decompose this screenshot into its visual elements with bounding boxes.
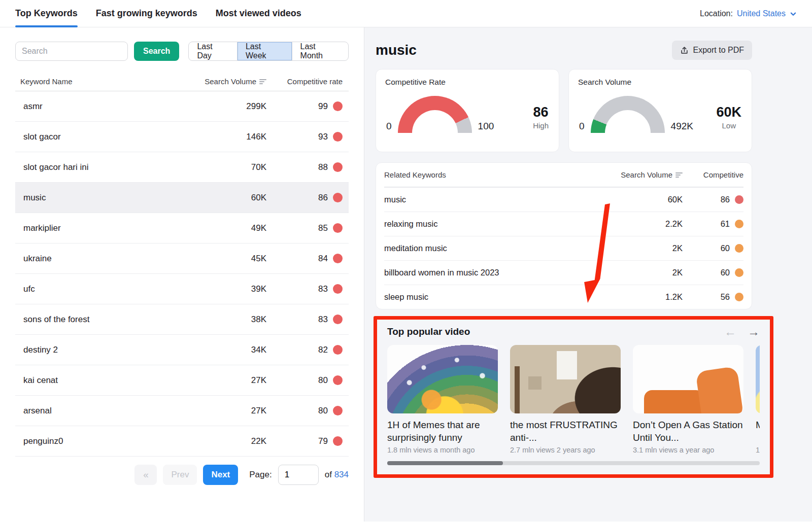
rate-dot <box>333 406 343 415</box>
search-button[interactable]: Search <box>134 42 179 61</box>
competitive-rate: 80 <box>266 406 343 416</box>
competitive-rate: 93 <box>266 132 343 142</box>
table-row[interactable]: penguinz0 22K 79 <box>15 426 349 457</box>
search-volume: 39K <box>185 284 266 294</box>
related-row[interactable]: meditation music 2K 60 <box>384 236 743 260</box>
related-row[interactable]: sleep music 1.2K 56 <box>384 285 743 309</box>
gauge-cards: Competitive Rate 0 100 86 High <box>376 69 752 152</box>
table-row[interactable]: asmr 299K 99 <box>15 91 349 122</box>
video-thumbnail <box>756 345 760 413</box>
table-row[interactable]: ukraine 45K 84 <box>15 243 349 274</box>
chevron-down-icon <box>790 11 797 18</box>
keyword-name: ufc <box>23 284 185 294</box>
related-row[interactable]: billboard women in music 2023 2K 60 <box>384 260 743 285</box>
keyword-name: markiplier <box>23 223 185 233</box>
related-row[interactable]: relaxing music 2.2K 61 <box>384 212 743 236</box>
search-volume: 2.2K <box>596 219 683 229</box>
keyword-name: slot gacor <box>23 132 185 142</box>
rate-dot <box>735 220 743 228</box>
tab-top-keywords[interactable]: Top Keywords <box>15 0 78 27</box>
search-volume: 2K <box>596 268 683 277</box>
time-filter-last-day[interactable]: Last Day <box>189 42 237 60</box>
carousel-scrollbar-thumb[interactable] <box>387 461 503 465</box>
search-volume: 2K <box>596 243 683 253</box>
sort-icon[interactable] <box>259 78 266 86</box>
table-row-selected[interactable]: music 60K 86 <box>15 183 349 213</box>
export-pdf-button[interactable]: Export to PDF <box>672 41 752 60</box>
table-row[interactable]: kai cenat 27K 80 <box>15 365 349 396</box>
prev-page-button[interactable]: Prev <box>163 465 197 485</box>
related-keywords-card: Related Keywords Search Volume Competiti… <box>376 162 752 309</box>
video-card[interactable]: 1H of Memes that are surprisingly funny … <box>387 345 498 454</box>
rate-dot <box>333 193 343 202</box>
first-page-button[interactable]: « <box>134 465 157 485</box>
location-selector[interactable]: Location: United States <box>700 0 797 27</box>
search-volume: 49K <box>185 223 266 233</box>
competitive-rate: 83 <box>266 315 343 325</box>
search-volume: 70K <box>185 162 266 172</box>
search-volume: 60K <box>185 193 266 203</box>
competitive-rate: 61 <box>683 219 743 229</box>
competitive-rate: 84 <box>266 254 343 264</box>
videos-title: Top popular video <box>387 326 470 337</box>
time-filter-last-month[interactable]: Last Month <box>292 42 348 60</box>
gauge-min-label: 0 <box>579 121 585 132</box>
search-input[interactable] <box>15 42 128 61</box>
video-title: 1H of Memes that are surprisingly funny <box>387 419 498 444</box>
videos-header: Top popular video ← → <box>387 326 760 338</box>
competitive-rate: 80 <box>266 375 343 386</box>
carousel-next-icon[interactable]: → <box>748 326 760 338</box>
location-value[interactable]: United States <box>737 9 786 18</box>
competitive-rate: 88 <box>266 162 343 172</box>
location-label: Location: <box>700 9 733 18</box>
top-navigation-bar: Top Keywords Fast growing keywords Most … <box>0 0 812 27</box>
search-volume: 146K <box>185 132 266 142</box>
tab-most-viewed-videos[interactable]: Most viewed videos <box>216 0 301 27</box>
rate-dot <box>333 284 343 294</box>
rate-dot <box>735 195 743 204</box>
page-number-input[interactable] <box>278 465 319 485</box>
table-row[interactable]: slot gacor hari ini 70K 88 <box>15 152 349 183</box>
keyword-name: asmr <box>23 101 185 112</box>
tab-label: Top Keywords <box>15 8 78 19</box>
carousel-prev-icon[interactable]: ← <box>724 326 736 338</box>
table-row[interactable]: slot gacor 146K 93 <box>15 122 349 152</box>
video-meta: 107 <box>756 446 760 454</box>
next-page-button[interactable]: Next <box>203 465 238 485</box>
search-volume-gauge <box>591 96 665 133</box>
keyword-name: destiny 2 <box>23 345 185 355</box>
sort-icon[interactable] <box>675 171 683 180</box>
gauge-max-label: 100 <box>478 121 494 132</box>
search-volume: 45K <box>185 254 266 264</box>
search-volume: 1.2K <box>596 292 683 302</box>
tab-label: Fast growing keywords <box>96 8 197 19</box>
page-label: Page: <box>249 470 272 480</box>
competitive-rate: 99 <box>266 101 343 112</box>
rate-dot <box>735 293 743 301</box>
top-popular-video-section: Top popular video ← → 1H of Memes that a… <box>374 316 773 478</box>
table-row[interactable]: destiny 2 34K 82 <box>15 335 349 365</box>
tab-fast-growing-keywords[interactable]: Fast growing keywords <box>96 0 197 27</box>
video-card-clipped[interactable]: Ma Du 107 <box>756 345 760 454</box>
video-card[interactable]: Don’t Open A Gas Station Until You... 3.… <box>633 345 743 454</box>
related-row[interactable]: music 60K 86 <box>384 187 743 212</box>
gauge-max-label: 492K <box>671 121 693 132</box>
table-row[interactable]: sons of the forest 38K 83 <box>15 304 349 335</box>
video-card[interactable]: the most FRUSTRATING anti-... 2.7 mln vi… <box>510 345 621 454</box>
time-filter-last-week[interactable]: Last Week <box>237 42 292 60</box>
gauge-level: High <box>533 121 549 130</box>
gauge-value-block: 86 High <box>533 105 549 133</box>
competitive-rate: 85 <box>266 223 343 233</box>
video-thumbnail <box>633 345 743 413</box>
search-volume: 22K <box>185 436 266 446</box>
competitive-rate: 60 <box>683 243 743 253</box>
total-pages-link[interactable]: 834 <box>334 470 349 479</box>
table-row[interactable]: arsenal 27K 80 <box>15 396 349 426</box>
keyword-name: billboard women in music 2023 <box>384 268 596 277</box>
video-meta: 1.8 mln views a month ago <box>387 446 498 454</box>
table-row[interactable]: ufc 39K 83 <box>15 274 349 304</box>
carousel-scrollbar[interactable] <box>387 461 760 465</box>
pagination: « Prev Next Page: of 834 <box>15 457 349 485</box>
table-row[interactable]: markiplier 49K 85 <box>15 213 349 243</box>
keyword-name: penguinz0 <box>23 436 185 446</box>
